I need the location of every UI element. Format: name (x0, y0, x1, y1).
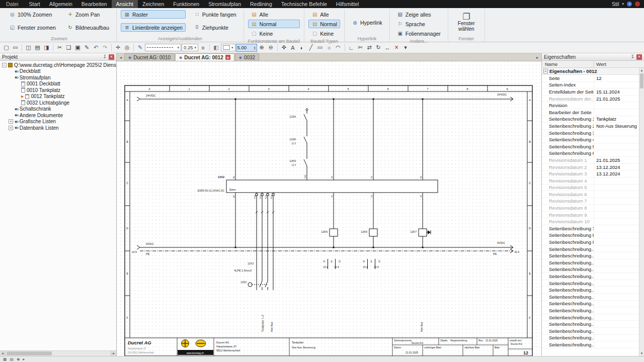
status-more-icon[interactable]: ▸ (23, 357, 25, 361)
undo-icon[interactable]: ↶ (92, 43, 100, 52)
notification-icon[interactable] (635, 2, 640, 7)
paste-icon[interactable]: ▣ (73, 43, 82, 52)
delete-icon[interactable]: ✕ (392, 43, 401, 52)
property-row[interactable]: Revisionsdatum 313.12.2024 (542, 170, 639, 177)
line-style-select[interactable]: ▾ (145, 44, 181, 51)
property-row[interactable]: Seitenbeschreibung 9 (542, 239, 639, 246)
tree-item[interactable]: ▶0012 Tankplatz (0, 94, 116, 100)
circle-tool-icon[interactable]: ○ (325, 43, 334, 52)
property-row[interactable]: Revisionsdatum 5 (542, 185, 639, 192)
property-row[interactable]: Seiten-Index (542, 82, 639, 89)
property-row[interactable]: Bearbeiter der Seite (542, 109, 639, 116)
arc-tool-icon[interactable]: ◠ (334, 43, 343, 52)
snap-ortho-icon[interactable]: ∟ (347, 43, 356, 52)
print-preview-icon[interactable]: ◨ (42, 43, 51, 52)
file-menu-button[interactable]: Datei (0, 0, 25, 8)
hyperlink-button[interactable]: ⊛Hyperlink (349, 19, 385, 27)
show-all-button[interactable]: ▧Zeige alles (394, 10, 444, 19)
rect-tool-icon[interactable]: ▭ (316, 43, 325, 52)
property-row[interactable]: Seitenbeschreibung... (542, 273, 639, 280)
redo-icon[interactable]: ↷ (101, 43, 109, 52)
menu-tab-hilfsmittel[interactable]: Hilfsmittel (332, 0, 364, 8)
property-row[interactable]: Seitenbeschreibung... (542, 259, 639, 266)
layer-manager-button[interactable]: ▣Folienmanager (394, 29, 444, 38)
parttype-normal-button[interactable]: ▤Normal (308, 20, 340, 28)
tree-item[interactable]: 0001 Deckblatt (0, 81, 116, 87)
property-row[interactable]: Seitenbeschreibung... (542, 321, 639, 328)
grips-toggle[interactable]: ⠿Ziehpunkte (191, 23, 239, 32)
doc-tab-0012[interactable]: ◈Ducret AG: 0012✕ (175, 53, 234, 61)
format-brush-icon[interactable]: ✎ (83, 43, 91, 52)
tree-item[interactable]: ◆◆Schaltschrank (0, 106, 116, 113)
tree-item[interactable]: 0032 Lichtabgänge (0, 100, 116, 106)
raster-toggle[interactable]: ▦Raster (121, 10, 186, 19)
text-tool-icon[interactable]: A (289, 43, 297, 52)
snap-points-toggle[interactable]: ∷Punkte fangen (191, 10, 239, 19)
scroll-up-icon[interactable]: ▲ (639, 68, 644, 73)
copy-icon[interactable]: ❑ (64, 43, 73, 52)
property-row[interactable]: Seitenbeschreibung 7 (542, 225, 639, 232)
parttype-all-button[interactable]: ▤Alle (308, 10, 340, 19)
pin-icon[interactable]: ↧ (103, 54, 107, 59)
property-row[interactable]: Seitenbeschreibung... (542, 335, 639, 342)
new-file-icon[interactable]: ▢ (2, 43, 11, 52)
property-row[interactable]: Revisionsdatum 7 (542, 198, 639, 205)
menu-tab-bearbeiten[interactable]: Bearbeiten (77, 0, 112, 8)
menu-tab-stromlaufplan[interactable]: Stromlaufplan (204, 0, 246, 8)
tree-item[interactable]: 0010 Tankplatz (0, 87, 116, 94)
menu-tab-redlining[interactable]: Redlining (246, 0, 277, 8)
property-row[interactable]: Revisionsdatum 6 (542, 191, 639, 198)
move-icon[interactable]: ⇄ (365, 43, 374, 52)
expand-icon[interactable]: + (9, 126, 13, 130)
menu-tab-technische-befehle[interactable]: Technische Befehle (277, 0, 332, 8)
tree-item[interactable]: −Q:\www.ducretag.ch\Homepage 2025\2 Dien… (0, 62, 116, 68)
property-row[interactable]: Seitenbeschreibung... (542, 287, 639, 294)
parttype-none-button[interactable]: ▢Keine (308, 29, 340, 38)
property-row[interactable]: Seitenbeschreibung 2Not-Aus Steuerung (542, 123, 639, 130)
tree-item[interactable]: ◆◆Deckblatt (0, 68, 116, 75)
pin-icon[interactable]: ↧ (630, 54, 634, 59)
property-row[interactable]: Seitenbeschreibung 1Tankplatz (542, 116, 639, 123)
spinner-icons[interactable]: ▴▾ (254, 46, 256, 50)
cut-icon[interactable]: ✂ (55, 43, 64, 52)
property-row[interactable]: Seitenbeschreibung... (542, 307, 639, 314)
grid-size-input[interactable]: 5.00▴▾ (236, 44, 257, 52)
vscroll-thumb[interactable] (640, 73, 643, 88)
rotate-icon[interactable]: ↻ (374, 43, 383, 52)
close-tab-icon[interactable]: ✕ (225, 55, 230, 60)
scroll-left-icon[interactable]: ◂ (0, 351, 6, 356)
close-icon[interactable]: ✕ (636, 54, 642, 60)
expand-icon[interactable]: + (9, 119, 13, 124)
line-type-icon[interactable]: ≡ (199, 43, 207, 52)
select-window-button[interactable]: ❐Fenster wählen (452, 13, 480, 33)
scroll-down-icon[interactable]: ▼ (639, 351, 644, 356)
redraw-button[interactable]: ↻Bildneuaufbau (64, 23, 112, 32)
language-button[interactable]: ⚐Sprache (394, 20, 444, 28)
status-grid-icon[interactable]: ▦ (3, 357, 7, 361)
property-row[interactable]: Erstelldatum der Seite15.11.2024 (542, 88, 639, 96)
property-row[interactable]: Revisionsdatum 10 (542, 218, 639, 225)
help-icon[interactable]: ? (627, 2, 632, 7)
tree-item[interactable]: +◆◆Datenbank Listen (0, 125, 116, 131)
property-group-header[interactable]: −Eigenschaften - 0012 (542, 68, 639, 75)
measure-icon[interactable]: ↔ (383, 43, 392, 52)
functiontext-none-button[interactable]: ▢Keine (248, 29, 300, 38)
zoom-realtime-icon[interactable]: ◎ (123, 43, 131, 52)
status-layers-icon[interactable]: ▤ (10, 357, 14, 361)
property-row[interactable]: Revisionsdatum 4 (542, 177, 639, 185)
property-row[interactable]: Seitenbeschreibung 3 (542, 130, 639, 137)
schematic-canvas[interactable]: 0123456789ABCDEFABCDEF24VDC24VDC0VDC0VDC… (117, 61, 541, 357)
style-menu-button[interactable]: Stil (612, 1, 619, 7)
trim-icon[interactable]: ✄ (356, 43, 365, 52)
collapse-icon[interactable]: − (543, 69, 548, 73)
line-tool-icon[interactable]: ╱ (307, 43, 315, 52)
property-row[interactable]: Seitenbeschreibung... (542, 328, 639, 335)
property-row[interactable]: Revisionsdatum 9 (542, 212, 639, 219)
mirror-icon[interactable]: ◐ (298, 43, 306, 52)
property-row[interactable]: Seitenbeschreibung 5 (542, 143, 639, 150)
menu-tab-start[interactable]: Start (25, 0, 45, 8)
tree-item[interactable]: ◆◆Andere Dokumente (0, 112, 116, 119)
property-row[interactable]: Revisionsdatum 121.01.2025 (542, 157, 639, 164)
property-row[interactable]: Seitenbeschreibung... (542, 266, 639, 274)
tree-item[interactable]: +◆◆Grafische Listen (0, 119, 116, 125)
